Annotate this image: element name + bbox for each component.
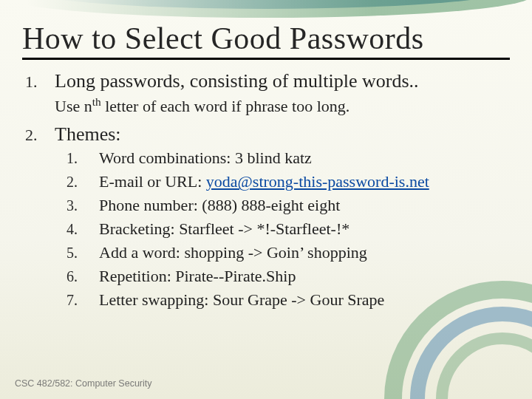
list-number: 1.	[22, 72, 55, 92]
theme-item-6: 6. Repetition: Pirate--Pirate.Ship	[66, 267, 510, 286]
list-item-1: 1. Long passwords, consisting of multipl…	[22, 70, 510, 92]
theme-item-5: 5. Add a word: shopping -> Goin’ shoppin…	[66, 243, 510, 262]
theme-item-4: 4. Bracketing: Starfleet -> *!-Starfleet…	[66, 219, 510, 239]
theme-number: 4.	[66, 221, 99, 238]
theme-item-7: 7. Letter swapping: Sour Grape -> Gour S…	[66, 290, 510, 310]
theme-item-3: 3. Phone number: (888) 888-eight eight	[66, 196, 510, 215]
theme-text: Phone number: (888) 888-eight eight	[99, 196, 340, 215]
theme-text: Add a word: shopping -> Goin’ shopping	[99, 243, 367, 262]
subnote-pre: Use n	[55, 97, 92, 115]
theme-number: 7.	[66, 292, 99, 309]
theme-link[interactable]: yoda@strong-this-password-is.net	[206, 172, 429, 191]
theme-item-2: 2. E-mail or URL: yoda@strong-this-passw…	[66, 172, 510, 191]
list-text: Long passwords, consisting of multiple w…	[55, 70, 419, 92]
theme-text: Letter swapping: Sour Grape -> Gour Srap…	[99, 290, 384, 310]
list-item-2: 2. Themes:	[22, 123, 510, 146]
theme-text: Word combinations: 3 blind katz	[99, 149, 312, 168]
list-number: 2.	[22, 126, 55, 145]
slide-title: How to Select Good Passwords	[22, 21, 510, 60]
theme-number: 6.	[66, 268, 99, 285]
theme-number: 3.	[66, 197, 99, 214]
slide-footer: CSC 482/582: Computer Security	[15, 378, 152, 389]
subnote-superscript: th	[92, 95, 101, 108]
theme-text: E-mail or URL: yoda@strong-this-password…	[99, 172, 429, 191]
list-text: Themes:	[55, 123, 121, 146]
slide-body: How to Select Good Passwords 1. Long pas…	[0, 0, 532, 399]
theme-text-prefix: E-mail or URL:	[99, 172, 206, 191]
ring-icon	[410, 307, 532, 399]
ring-icon	[436, 332, 532, 399]
theme-text: Repetition: Pirate--Pirate.Ship	[99, 267, 296, 286]
theme-number: 1.	[66, 150, 99, 167]
list-item-1-subnote: Use nth letter of each word if phrase to…	[55, 95, 510, 116]
theme-number: 2.	[66, 174, 99, 191]
theme-text: Bracketing: Starfleet -> *!-Starfleet-!*	[99, 219, 349, 239]
theme-number: 5.	[66, 245, 99, 262]
subnote-post: letter of each word if phrase too long.	[101, 97, 350, 115]
theme-item-1: 1. Word combinations: 3 blind katz	[66, 149, 510, 168]
